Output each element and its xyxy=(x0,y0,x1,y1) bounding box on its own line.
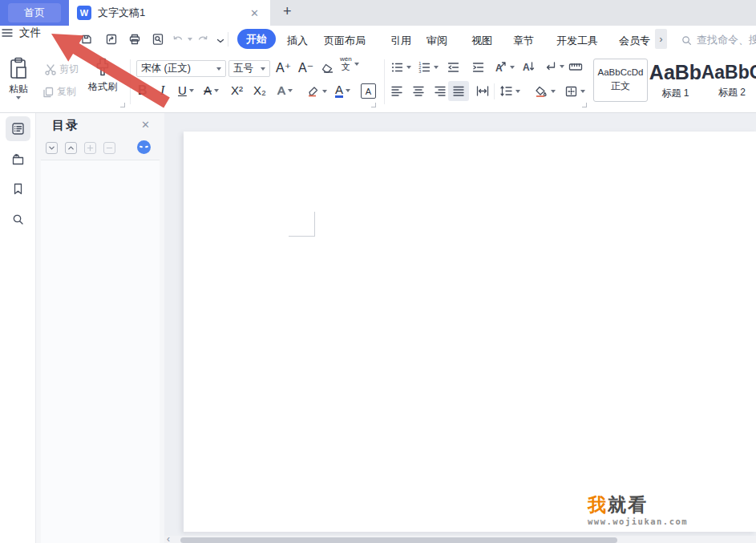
underline-icon: U xyxy=(178,83,187,98)
style-normal[interactable]: AaBbCcDd 正文 xyxy=(593,59,648,102)
copy-icon xyxy=(42,86,55,99)
horizontal-scrollbar-thumb[interactable] xyxy=(180,537,617,543)
highlighter-icon xyxy=(306,85,320,98)
export-icon[interactable] xyxy=(104,32,119,47)
align-center-button[interactable] xyxy=(412,85,425,97)
text-effects-icon: A xyxy=(277,83,285,98)
shrink-font-button[interactable]: A⁻ xyxy=(298,61,313,75)
horizontal-scrollbar[interactable]: ‹ xyxy=(164,536,756,543)
chapter-box-icon[interactable] xyxy=(11,152,25,166)
style-sample: AaBbCcDd xyxy=(598,67,644,77)
panel-title: 目录 xyxy=(52,118,79,133)
redo-icon[interactable] xyxy=(196,32,210,47)
copy-button[interactable]: 复制 xyxy=(42,85,76,99)
font-family-select[interactable]: 宋体 (正文) xyxy=(136,60,226,77)
ribbon-tab-home[interactable]: 开始 xyxy=(237,29,276,49)
zoom-in-outline-button[interactable] xyxy=(84,142,96,154)
tab-document[interactable]: W 文字文稿1 ✕ xyxy=(69,0,270,26)
underline-button[interactable]: U xyxy=(178,83,194,98)
save-icon[interactable] xyxy=(79,32,94,47)
tab-ruler-button[interactable] xyxy=(568,61,583,73)
numbering-button[interactable]: 1 2 3 xyxy=(418,61,439,74)
paragraph-group-launcher[interactable] xyxy=(582,103,587,107)
ribbon-tab-references[interactable]: 引用 xyxy=(390,34,411,48)
character-border-button[interactable]: A xyxy=(361,83,376,99)
ribbon-tab-review[interactable]: 审阅 xyxy=(427,34,447,48)
new-tab-button[interactable]: + xyxy=(280,3,295,20)
ribbon-tab-developer[interactable]: 开发工具 xyxy=(556,34,598,48)
group-separator xyxy=(384,59,385,104)
shading-button[interactable] xyxy=(534,85,556,98)
wps-writer-logo-icon: W xyxy=(77,6,91,20)
format-painter-button[interactable]: 格式刷 xyxy=(88,57,117,94)
decrease-indent-button[interactable] xyxy=(447,61,460,74)
bold-button[interactable]: B xyxy=(138,83,148,98)
bookmark-icon[interactable] xyxy=(11,182,25,196)
align-right-button[interactable] xyxy=(434,85,447,97)
distribute-icon xyxy=(475,85,490,97)
increase-indent-button[interactable] xyxy=(471,61,485,74)
command-search-input[interactable]: 查找命令、搜 xyxy=(681,33,756,47)
style-sample: AaBb xyxy=(649,61,701,84)
font-size-select[interactable]: 五号 xyxy=(228,60,270,77)
svg-text:A: A xyxy=(495,63,503,74)
ribbon-tab-insert[interactable]: 插入 xyxy=(287,34,308,48)
font-color-button[interactable]: A xyxy=(335,83,350,98)
outline-panel-icon[interactable] xyxy=(11,122,25,136)
style-heading1[interactable]: AaBb 标题 1 xyxy=(650,59,701,102)
line-spacing-button[interactable] xyxy=(499,85,520,97)
font-group-launcher[interactable] xyxy=(371,103,376,107)
text-direction-button[interactable]: A xyxy=(521,60,536,74)
italic-button[interactable]: I xyxy=(160,83,164,98)
document-page[interactable] xyxy=(184,132,756,532)
watermark-rest: 就看 xyxy=(608,494,648,515)
distribute-button[interactable] xyxy=(475,85,490,97)
customize-toolbar-chevron-icon[interactable] xyxy=(213,34,228,48)
ribbon-tab-view[interactable]: 视图 xyxy=(471,34,492,48)
text-layout-button[interactable]: A xyxy=(493,60,515,74)
style-name: 标题 2 xyxy=(718,86,746,99)
style-heading2[interactable]: AaBbC 标题 2 xyxy=(703,59,756,102)
close-tab-icon[interactable]: ✕ xyxy=(247,6,262,21)
justify-button[interactable] xyxy=(452,85,465,97)
font-family-caret xyxy=(216,67,221,71)
superscript-button[interactable]: X² xyxy=(231,83,243,98)
collapse-all-button[interactable] xyxy=(65,142,77,154)
ribbon-tab-member[interactable]: 会员专 xyxy=(619,34,650,48)
scroll-left-arrow-icon[interactable]: ‹ xyxy=(167,533,170,543)
underline-caret xyxy=(189,89,194,92)
text-effects-button[interactable]: A xyxy=(277,83,293,98)
undo-button[interactable] xyxy=(171,32,192,47)
ribbon-tab-section[interactable]: 章节 xyxy=(513,34,534,48)
highlight-button[interactable] xyxy=(306,85,327,98)
tab-home[interactable]: 首页 xyxy=(8,3,61,22)
print-icon[interactable] xyxy=(127,32,142,47)
line-break-button[interactable] xyxy=(544,60,564,73)
expand-all-button[interactable] xyxy=(46,142,58,154)
ribbon-tab-page-layout[interactable]: 页面布局 xyxy=(324,34,366,48)
zoom-out-outline-button[interactable] xyxy=(103,142,115,154)
paste-icon xyxy=(8,57,29,81)
pinyin-guide-button[interactable]: wén 文 xyxy=(340,56,359,71)
borders-button[interactable] xyxy=(564,85,585,98)
copy-label: 复制 xyxy=(57,85,76,99)
strikethrough-button[interactable]: A xyxy=(204,83,219,98)
ai-assistant-icon[interactable] xyxy=(137,140,151,154)
print-preview-icon[interactable] xyxy=(151,32,165,47)
cut-button[interactable]: 剪切 xyxy=(44,63,79,76)
clipboard-group-launcher[interactable] xyxy=(120,103,125,107)
find-icon[interactable] xyxy=(11,213,25,226)
small-separator xyxy=(494,83,495,99)
more-tabs-button[interactable]: › xyxy=(655,29,667,49)
paste-button[interactable]: 粘贴 xyxy=(8,57,29,99)
panel-close-icon[interactable]: ✕ xyxy=(141,119,150,131)
shading-icon xyxy=(534,85,548,98)
svg-text:A: A xyxy=(523,62,530,73)
menubar-separator xyxy=(228,32,228,47)
group-separator xyxy=(130,59,131,104)
subscript-button[interactable]: X₂ xyxy=(253,83,266,98)
clear-format-button[interactable] xyxy=(321,62,334,75)
bullets-button[interactable] xyxy=(390,61,411,74)
grow-font-button[interactable]: A⁺ xyxy=(276,61,291,75)
align-left-button[interactable] xyxy=(390,85,403,97)
